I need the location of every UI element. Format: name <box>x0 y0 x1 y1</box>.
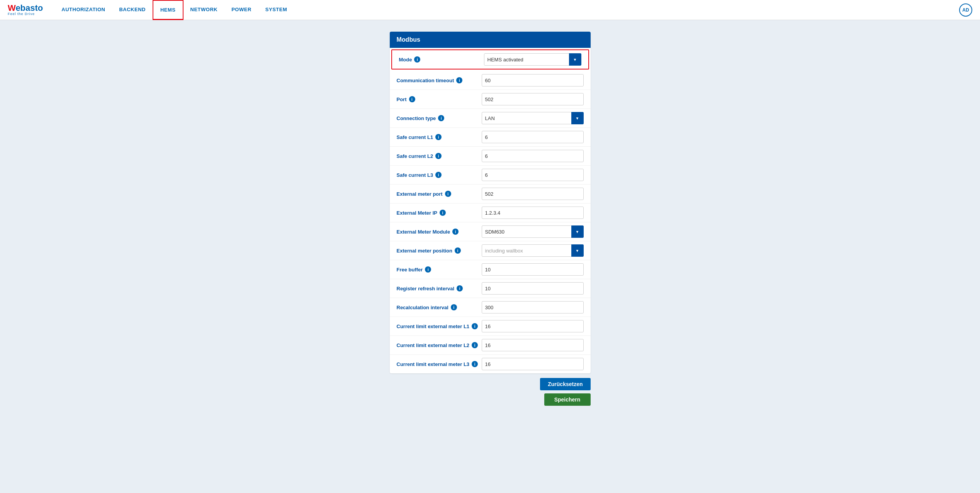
buttons-container: Zurücksetzen Speichern <box>390 378 591 406</box>
info-icon-safe-current-l2[interactable]: i <box>435 153 442 159</box>
info-icon-recalculation-interval[interactable]: i <box>451 304 457 310</box>
label-connection-type: Connection type i <box>397 115 482 121</box>
input-register-refresh-interval[interactable] <box>482 282 584 295</box>
label-recalculation-interval: Recalculation interval i <box>397 304 482 310</box>
input-safe-current-l1[interactable] <box>482 131 584 143</box>
input-current-limit-l2[interactable] <box>482 339 584 351</box>
connection-type-wrapper: LAN RS485 <box>482 112 584 124</box>
field-safe-current-l1: Safe current L1 i <box>390 128 591 147</box>
nav-item-hems[interactable]: HEMS <box>153 0 183 20</box>
label-external-meter-module: External Meter Module i <box>397 229 482 235</box>
logo-subtitle: Feel the Drive <box>8 12 43 16</box>
field-free-buffer: Free buffer i <box>390 260 591 279</box>
reset-button[interactable]: Zurücksetzen <box>540 378 590 390</box>
nav-item-network[interactable]: NETWORK <box>183 0 225 20</box>
info-icon-register-refresh-interval[interactable]: i <box>457 285 463 291</box>
input-recalculation-interval[interactable] <box>482 301 584 313</box>
label-safe-current-l3: Safe current L3 i <box>397 172 482 178</box>
field-connection-type: Connection type i LAN RS485 <box>390 109 591 128</box>
info-icon-connection-type[interactable]: i <box>438 115 444 121</box>
info-icon-mode[interactable]: i <box>414 56 420 63</box>
field-external-meter-position: External meter position i including wall… <box>390 241 591 260</box>
logo: Webasto Feel the Drive <box>8 4 43 16</box>
info-icon-free-buffer[interactable]: i <box>425 266 431 273</box>
label-external-meter-position: External meter position i <box>397 247 482 254</box>
external-meter-module-wrapper: SDM630 SDM72D <box>482 225 584 238</box>
label-current-limit-l3: Current limit external meter L3 i <box>397 361 482 367</box>
card-header: Modbus <box>390 32 591 48</box>
input-external-meter-ip[interactable] <box>482 207 584 219</box>
info-icon-communication-timeout[interactable]: i <box>456 77 462 83</box>
info-icon-current-limit-l3[interactable]: i <box>472 361 478 367</box>
info-icon-external-meter-module[interactable]: i <box>452 229 459 235</box>
mode-select-wrapper: HEMS activated Disabled <box>484 53 581 66</box>
field-safe-current-l3: Safe current L3 i <box>390 166 591 185</box>
nav-item-power[interactable]: POWER <box>224 0 258 20</box>
card-body: Mode i HEMS activated Disabled Commun <box>390 49 591 373</box>
external-meter-module-select[interactable]: SDM630 SDM72D <box>482 225 584 238</box>
label-current-limit-l2: Current limit external meter L2 i <box>397 342 482 348</box>
field-external-meter-module: External Meter Module i SDM630 SDM72D <box>390 222 591 241</box>
info-icon-external-meter-position[interactable]: i <box>455 247 461 254</box>
external-meter-position-select[interactable]: including wallbox excluding wallbox <box>482 244 584 257</box>
info-icon-external-meter-port[interactable]: i <box>445 191 451 197</box>
input-port[interactable] <box>482 93 584 105</box>
navbar: Webasto Feel the Drive AUTHORIZATION BAC… <box>0 0 980 20</box>
field-current-limit-l2: Current limit external meter L2 i <box>390 336 591 355</box>
mode-select[interactable]: HEMS activated Disabled <box>484 53 581 66</box>
label-free-buffer: Free buffer i <box>397 266 482 273</box>
field-external-meter-port: External meter port i <box>390 185 591 203</box>
info-icon-safe-current-l3[interactable]: i <box>435 172 442 178</box>
field-port: Port i <box>390 90 591 109</box>
label-register-refresh-interval: Register refresh interval i <box>397 285 482 291</box>
nav-item-backend[interactable]: BACKEND <box>112 0 153 20</box>
field-register-refresh-interval: Register refresh interval i <box>390 279 591 298</box>
connection-type-select[interactable]: LAN RS485 <box>482 112 584 124</box>
field-communication-timeout: Communication timeout i <box>390 71 591 90</box>
info-icon-current-limit-l2[interactable]: i <box>472 342 478 348</box>
input-communication-timeout[interactable] <box>482 74 584 86</box>
input-free-buffer[interactable] <box>482 263 584 276</box>
field-external-meter-ip: External Meter IP i <box>390 203 591 222</box>
label-external-meter-port: External meter port i <box>397 191 482 197</box>
field-current-limit-l1: Current limit external meter L1 i <box>390 317 591 336</box>
field-current-limit-l3: Current limit external meter L3 i <box>390 355 591 373</box>
label-mode: Mode i <box>399 56 484 63</box>
form-container: Modbus Mode i HEMS activated Disabled <box>390 32 591 406</box>
modbus-card: Modbus Mode i HEMS activated Disabled <box>390 32 591 373</box>
input-external-meter-port[interactable] <box>482 188 584 200</box>
external-meter-position-wrapper: including wallbox excluding wallbox <box>482 244 584 257</box>
label-current-limit-l1: Current limit external meter L1 i <box>397 323 482 329</box>
nav-menu: AUTHORIZATION BACKEND HEMS NETWORK POWER… <box>54 0 959 20</box>
input-safe-current-l2[interactable] <box>482 150 584 162</box>
logo-text: Webasto <box>8 4 43 12</box>
label-communication-timeout: Communication timeout i <box>397 77 482 83</box>
info-icon-safe-current-l1[interactable]: i <box>435 134 442 140</box>
main-content: Modbus Mode i HEMS activated Disabled <box>0 20 980 417</box>
field-safe-current-l2: Safe current L2 i <box>390 147 591 166</box>
input-safe-current-l3[interactable] <box>482 169 584 181</box>
label-port: Port i <box>397 96 482 102</box>
info-icon-external-meter-ip[interactable]: i <box>440 210 446 216</box>
input-current-limit-l1[interactable] <box>482 320 584 332</box>
info-icon-port[interactable]: i <box>409 96 415 102</box>
nav-item-authorization[interactable]: AUTHORIZATION <box>54 0 112 20</box>
label-external-meter-ip: External Meter IP i <box>397 210 482 216</box>
input-current-limit-l3[interactable] <box>482 358 584 370</box>
field-mode: Mode i HEMS activated Disabled <box>391 49 589 69</box>
info-icon-current-limit-l1[interactable]: i <box>472 323 478 329</box>
field-recalculation-interval: Recalculation interval i <box>390 298 591 317</box>
label-safe-current-l2: Safe current L2 i <box>397 153 482 159</box>
label-safe-current-l1: Safe current L1 i <box>397 134 482 140</box>
nav-item-system[interactable]: SYSTEM <box>258 0 294 20</box>
save-button[interactable]: Speichern <box>544 393 591 406</box>
avatar: AD <box>959 3 972 17</box>
